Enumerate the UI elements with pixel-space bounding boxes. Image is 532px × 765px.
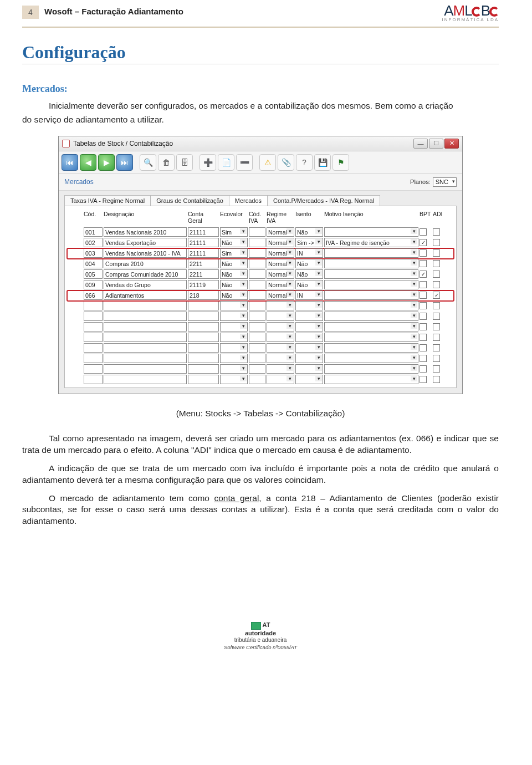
warning-icon[interactable]: ⚠ [259, 154, 276, 171]
help-icon[interactable]: ? [296, 154, 313, 171]
grid-cell[interactable] [188, 333, 219, 342]
grid-cell[interactable] [249, 333, 265, 342]
grid-cell[interactable]: Não [220, 280, 248, 289]
adi-checkbox[interactable] [433, 249, 440, 257]
grid-cell[interactable]: 218 [188, 290, 219, 300]
grid-cell[interactable] [249, 280, 265, 289]
grid-cell[interactable]: Não [295, 227, 323, 237]
grid-cell[interactable] [324, 354, 418, 363]
grid-cell[interactable] [84, 301, 103, 310]
grid-cell[interactable]: Não [220, 259, 248, 268]
grid-cell[interactable] [220, 312, 248, 321]
grid-cell[interactable]: Vendas Nacionais 2010 - IVA [104, 248, 187, 258]
grid-cell[interactable] [324, 301, 418, 310]
grid-cell[interactable]: IVA - Regime de isenção [324, 238, 418, 247]
bpt-checkbox[interactable]: ✓ [420, 271, 427, 278]
close-button[interactable]: ✕ [444, 139, 459, 149]
bpt-checkbox[interactable] [420, 249, 427, 257]
nav-next-button[interactable]: ▶ [98, 154, 115, 171]
table-row[interactable]: 001Vendas Nacionais 201021111SimNormalNã… [67, 227, 454, 238]
grid-cell[interactable]: Normal [267, 248, 294, 258]
grid-cell[interactable]: Vendas Exportação [104, 238, 187, 247]
db-icon[interactable]: 🗄 [176, 154, 193, 171]
grid-cell[interactable]: 21111 [188, 238, 219, 247]
grid-cell[interactable] [220, 343, 248, 353]
grid-cell[interactable] [267, 322, 294, 332]
grid-cell[interactable] [249, 322, 265, 332]
grid-cell[interactable]: IN [295, 290, 323, 300]
grid-cell[interactable] [220, 375, 248, 384]
adi-checkbox[interactable] [433, 344, 440, 351]
grid-cell[interactable] [295, 312, 323, 321]
grid-cell[interactable] [220, 301, 248, 310]
grid-cell[interactable]: 002 [84, 238, 103, 247]
grid-cell[interactable]: Normal [267, 238, 294, 247]
grid-cell[interactable] [220, 364, 248, 374]
adi-checkbox[interactable] [433, 228, 440, 236]
grid-cell[interactable] [104, 354, 187, 363]
flag-icon[interactable]: ⚑ [332, 154, 349, 171]
grid-cell[interactable] [249, 364, 265, 374]
grid-cell[interactable] [104, 375, 187, 384]
grid-cell[interactable]: Não [220, 238, 248, 247]
grid-cell[interactable] [249, 248, 265, 258]
grid-add-icon[interactable]: ➕ [200, 154, 216, 171]
grid-cell[interactable]: Compras Comunidade 2010 [104, 269, 187, 279]
grid-cell[interactable] [324, 333, 418, 342]
grid-cell[interactable]: Normal [267, 259, 294, 268]
grid-cell[interactable] [249, 354, 265, 363]
adi-checkbox[interactable] [433, 313, 440, 320]
bpt-checkbox[interactable] [420, 302, 427, 309]
tab-2[interactable]: Mercados [229, 195, 268, 206]
grid-cell[interactable] [267, 333, 294, 342]
grid-cell[interactable] [249, 343, 265, 353]
grid-cell[interactable] [295, 333, 323, 342]
grid-cell[interactable]: Vendas Nacionais 2010 [104, 227, 187, 237]
grid-cell[interactable] [84, 354, 103, 363]
grid-cell[interactable] [188, 312, 219, 321]
grid-cell[interactable]: 009 [84, 280, 103, 289]
grid-cell[interactable] [104, 322, 187, 332]
grid-cell[interactable] [267, 343, 294, 353]
nav-last-button[interactable]: ⏭ [116, 154, 133, 171]
adi-checkbox[interactable] [433, 376, 440, 383]
grid-cell[interactable] [104, 333, 187, 342]
maximize-button[interactable]: ☐ [429, 139, 443, 149]
bpt-checkbox[interactable] [420, 292, 427, 299]
adi-checkbox[interactable] [433, 355, 440, 362]
grid-cell[interactable] [324, 227, 418, 237]
grid-cell[interactable]: 003 [84, 248, 103, 258]
grid-cell[interactable] [220, 333, 248, 342]
table-row[interactable] [67, 301, 454, 312]
bpt-checkbox[interactable] [420, 260, 427, 267]
bpt-checkbox[interactable] [420, 228, 427, 236]
adi-checkbox[interactable] [433, 365, 440, 373]
grid-cell[interactable] [249, 375, 265, 384]
grid-cell[interactable]: 2211 [188, 269, 219, 279]
table-row[interactable] [67, 354, 454, 364]
grid-cell[interactable] [267, 301, 294, 310]
grid-cell[interactable] [324, 312, 418, 321]
grid-cell[interactable] [84, 364, 103, 374]
grid-cell[interactable] [188, 375, 219, 384]
table-row[interactable]: 003Vendas Nacionais 2010 - IVA21111SimNo… [67, 248, 454, 259]
grid-cell[interactable] [324, 375, 418, 384]
bpt-checkbox[interactable] [420, 365, 427, 373]
grid-cell[interactable]: Normal [267, 280, 294, 289]
bpt-checkbox[interactable]: ✓ [420, 239, 427, 246]
table-row[interactable] [67, 322, 454, 333]
save-icon[interactable]: 💾 [314, 154, 331, 171]
grid-cell[interactable]: 21119 [188, 280, 219, 289]
grid-cell[interactable]: Não [220, 290, 248, 300]
grid-cell[interactable] [295, 322, 323, 332]
grid-cell[interactable]: Não [220, 269, 248, 279]
grid-cell[interactable] [84, 343, 103, 353]
bpt-checkbox[interactable] [420, 344, 427, 351]
grid-cell[interactable] [84, 333, 103, 342]
grid-cell[interactable]: Normal [267, 269, 294, 279]
grid-cell[interactable]: Não [295, 259, 323, 268]
adi-checkbox[interactable] [433, 281, 440, 288]
bpt-checkbox[interactable] [420, 376, 427, 383]
grid-cell[interactable]: Compras 2010 [104, 259, 187, 268]
grid-cell[interactable] [249, 227, 265, 237]
